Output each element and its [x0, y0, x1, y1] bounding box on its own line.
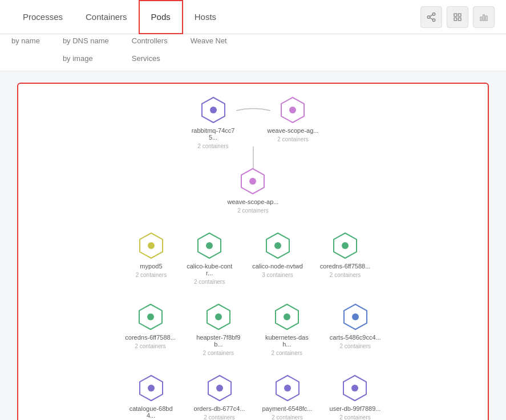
pod-weave-scope-ap-sublabel: 2 containers [237, 207, 268, 214]
pod-user-db-sublabel: 2 containers [339, 414, 370, 420]
pod-mypod5-sublabel: 2 containers [136, 272, 167, 278]
svg-point-22 [206, 242, 213, 249]
pod-weave-scope-ag[interactable]: weave-scope-ag... 2 containers [268, 95, 319, 142]
subnav-controllers[interactable]: Controllers [132, 34, 168, 47]
pod-catalogue[interactable]: catalogue-68bd4... 2 containers [126, 373, 177, 420]
pod-user-db-label: user-db-99f7889... [330, 405, 381, 412]
nav-hosts[interactable]: Hosts [183, 0, 228, 34]
pod-weave-scope-ap-label: weave-scope-ap... [228, 198, 279, 205]
pods-row-3: mypod5 2 containers calico-kube-contr...… [30, 231, 476, 285]
pod-rabbitmq-label: rabbitmq-74cc75... [188, 127, 239, 141]
pod-calico-kube-contr-sublabel: 2 containers [194, 279, 225, 285]
pod-weave-scope-ap[interactable]: weave-scope-ap... 2 containers [228, 166, 279, 214]
svg-point-13 [210, 107, 217, 113]
subnav-col-controllers: Controllers Services [132, 34, 168, 65]
pods-grid: rabbitmq-74cc75... 2 containers weave-sc… [30, 95, 476, 420]
pod-heapster-label: heapster-7f8bf9b... [193, 334, 244, 348]
sub-navigation: by name by DNS name by image Controllers… [0, 34, 506, 71]
svg-point-34 [352, 313, 359, 320]
svg-rect-9 [480, 17, 482, 21]
svg-rect-6 [458, 14, 461, 17]
pods-row-2: weave-scope-ap... 2 containers [30, 166, 476, 214]
pods-row-4: coredns-6ff7588... 2 containers heapster… [30, 302, 476, 356]
pod-coredns-a-label: coredns-6ff7588... [320, 263, 370, 270]
pod-weave-scope-ag-sublabel: 2 containers [277, 136, 308, 142]
svg-point-18 [249, 178, 256, 185]
svg-line-4 [430, 14, 432, 16]
subnav-by-image[interactable]: by image [63, 52, 109, 65]
pod-orders-db-sublabel: 2 containers [204, 414, 234, 420]
pod-catalogue-label: catalogue-68bd4... [126, 405, 177, 419]
nav-processes[interactable]: Processes [11, 0, 74, 34]
pod-mypod5[interactable]: mypod5 2 containers [136, 231, 167, 278]
svg-rect-10 [483, 15, 485, 21]
svg-point-1 [427, 15, 430, 18]
pod-weave-scope-ag-label: weave-scope-ag... [268, 127, 319, 134]
pod-coredns-b[interactable]: coredns-6ff7588... 2 containers [125, 302, 175, 349]
pod-coredns-a-sublabel: 2 containers [330, 272, 361, 278]
svg-rect-7 [454, 18, 457, 21]
svg-point-38 [216, 385, 223, 392]
pod-heapster[interactable]: heapster-7f8bf9b... 2 containers [193, 302, 244, 356]
chart-view-button[interactable] [473, 6, 495, 28]
svg-point-36 [148, 385, 155, 392]
subnav-by-name[interactable]: by name [11, 34, 40, 47]
pod-orders-db[interactable]: orders-db-677c4... 2 containers [194, 373, 245, 420]
pod-calico-kube-contr-label: calico-kube-contr... [184, 263, 235, 276]
pod-carts-label: carts-5486c9cc4... [330, 334, 381, 341]
nav-pods[interactable]: Pods [139, 0, 183, 34]
svg-line-3 [430, 18, 432, 19]
nav-containers[interactable]: Containers [74, 0, 139, 34]
pods-row-1: rabbitmq-74cc75... 2 containers weave-sc… [30, 95, 476, 149]
pod-payment-sublabel: 2 containers [272, 414, 302, 420]
grid-view-button[interactable] [447, 6, 468, 28]
pod-calico-node-nvtwd[interactable]: calico-node-nvtwd 3 containers [252, 231, 303, 278]
top-navigation: Processes Containers Pods Hosts [0, 0, 506, 34]
svg-point-24 [274, 242, 281, 249]
svg-point-32 [284, 313, 290, 320]
main-content: rabbitmq-74cc75... 2 containers weave-sc… [0, 71, 506, 420]
pod-rabbitmq-sublabel: 2 containers [197, 143, 228, 149]
pod-payment[interactable]: payment-6548fc... 2 containers [262, 373, 312, 420]
pod-calico-kube-contr[interactable]: calico-kube-contr... 2 containers [184, 231, 235, 285]
svg-rect-5 [454, 14, 457, 17]
svg-point-28 [147, 313, 154, 320]
subnav-by-dns-name[interactable]: by DNS name [63, 34, 109, 47]
pod-coredns-b-label: coredns-6ff7588... [125, 334, 175, 341]
pod-calico-node-nvtwd-label: calico-node-nvtwd [252, 263, 303, 270]
pod-rabbitmq[interactable]: rabbitmq-74cc75... 2 containers [188, 95, 239, 149]
subnav-weave-net[interactable]: Weave Net [191, 34, 227, 47]
subnav-services[interactable]: Services [132, 52, 168, 65]
pod-user-db[interactable]: user-db-99f7889... 2 containers [330, 373, 381, 420]
svg-point-42 [351, 385, 358, 392]
svg-point-15 [289, 107, 296, 113]
svg-point-20 [148, 242, 155, 249]
pod-kubernetes-dash-label: kubernetes-dash... [261, 334, 313, 348]
svg-point-2 [432, 19, 435, 22]
pod-heapster-sublabel: 2 containers [203, 350, 234, 356]
pod-carts[interactable]: carts-5486c9cc4... 2 containers [330, 302, 381, 349]
svg-point-30 [215, 313, 222, 320]
subnav-col-name: by name [11, 34, 40, 65]
pod-coredns-a[interactable]: coredns-6ff7588... 2 containers [320, 231, 370, 278]
pod-coredns-b-sublabel: 2 containers [135, 343, 165, 349]
pods-canvas: rabbitmq-74cc75... 2 containers weave-sc… [17, 83, 489, 420]
pod-payment-label: payment-6548fc... [262, 405, 312, 412]
pod-mypod5-label: mypod5 [140, 263, 162, 270]
pod-kubernetes-dash-sublabel: 2 containers [272, 350, 302, 356]
pod-calico-node-nvtwd-sublabel: 3 containers [262, 272, 293, 278]
pod-carts-sublabel: 2 containers [339, 343, 370, 349]
svg-rect-8 [458, 18, 461, 21]
pods-row-5: catalogue-68bd4... 2 containers orders-d… [30, 373, 476, 420]
pod-kubernetes-dash[interactable]: kubernetes-dash... 2 containers [261, 302, 313, 356]
subnav-col-weave: Weave Net [191, 34, 227, 65]
share-button[interactable] [420, 6, 442, 28]
svg-point-40 [284, 385, 291, 392]
svg-rect-11 [485, 16, 487, 21]
pod-orders-db-label: orders-db-677c4... [194, 405, 245, 412]
svg-point-26 [342, 242, 349, 249]
subnav-col-dns: by DNS name by image [63, 34, 109, 65]
svg-point-0 [432, 13, 435, 15]
